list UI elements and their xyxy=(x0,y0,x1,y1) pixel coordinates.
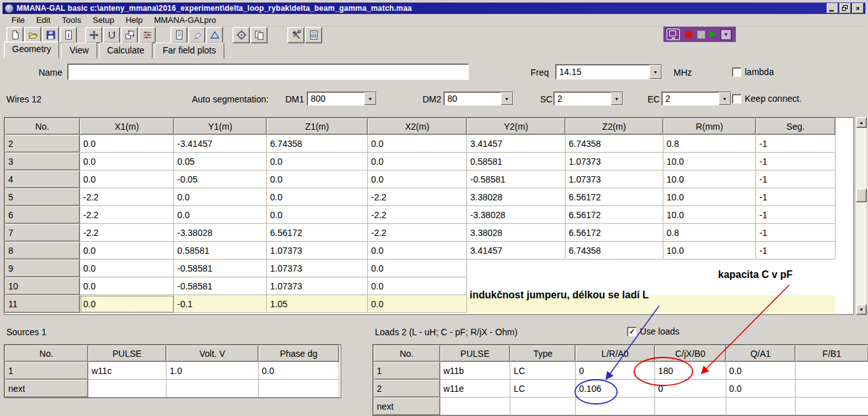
cell[interactable]: 0.0 xyxy=(368,170,467,188)
cell[interactable] xyxy=(166,380,259,398)
freq-combo[interactable]: 14.15 ▼ xyxy=(555,64,662,80)
freq-dropdown-icon[interactable]: ▼ xyxy=(649,65,661,79)
cell[interactable]: 6.74358 xyxy=(566,242,663,260)
cell[interactable]: 0.0 xyxy=(80,277,174,295)
cell[interactable]: 0.0 xyxy=(80,242,174,260)
row-header[interactable]: 2 xyxy=(374,380,440,398)
cell[interactable]: 0.8 xyxy=(663,224,756,242)
keep-connect-checkbox[interactable] xyxy=(732,94,742,104)
cell[interactable]: 0.0 xyxy=(267,170,368,188)
cell[interactable]: -2.2 xyxy=(80,224,174,242)
cell[interactable]: 0 xyxy=(654,380,726,398)
cell[interactable]: w11b xyxy=(440,362,510,380)
cell[interactable]: 0.0 xyxy=(368,260,467,277)
cell[interactable]: -3.38028 xyxy=(174,224,267,242)
scroll-up-icon[interactable]: ▲ xyxy=(856,117,867,128)
wire-segmentation-button[interactable] xyxy=(139,27,156,43)
tab-far-field-plots[interactable]: Far field plots xyxy=(154,43,224,59)
cell[interactable]: -3.41457 xyxy=(174,135,267,153)
dm1-dropdown-icon[interactable]: ▼ xyxy=(364,92,376,105)
delta-wizard-button[interactable] xyxy=(206,27,223,43)
cell[interactable]: -2.2 xyxy=(80,206,174,224)
cell[interactable]: 0.0 xyxy=(368,153,467,170)
cell[interactable]: 0.0 xyxy=(80,153,174,170)
close-button[interactable]: × xyxy=(852,3,864,13)
cell[interactable]: -3.38028 xyxy=(467,206,566,224)
cell[interactable] xyxy=(467,260,566,277)
record-button[interactable] xyxy=(684,31,693,39)
cell[interactable]: LC xyxy=(510,380,576,398)
wire-description-button[interactable] xyxy=(170,27,187,43)
use-loads-checkbox[interactable]: ✓ xyxy=(627,327,637,336)
cell[interactable]: 1.07373 xyxy=(267,260,368,277)
cell[interactable]: 0.0 xyxy=(726,362,796,380)
cell[interactable]: 0.0 xyxy=(80,135,174,153)
cell[interactable] xyxy=(796,380,868,398)
cell[interactable]: 0.58581 xyxy=(174,242,267,260)
row-header[interactable]: 8 xyxy=(5,242,80,260)
cell[interactable]: 1.05 xyxy=(267,295,368,313)
cell[interactable]: 1.0 xyxy=(166,362,259,380)
cell[interactable]: LC xyxy=(510,362,576,380)
cell[interactable]: -1 xyxy=(756,170,836,188)
row-header[interactable]: 11 xyxy=(5,295,80,313)
cell[interactable]: 10.0 xyxy=(663,170,756,188)
cell[interactable] xyxy=(88,380,166,398)
cell[interactable]: 0.0 xyxy=(368,277,467,295)
row-header[interactable]: next xyxy=(374,398,440,415)
scroll-down-icon[interactable]: ▼ xyxy=(856,304,867,315)
cell[interactable]: 6.56172 xyxy=(566,188,663,206)
move-wires-button[interactable] xyxy=(85,27,102,43)
cell[interactable]: 1.07373 xyxy=(267,242,368,260)
cell[interactable] xyxy=(576,398,655,415)
cell[interactable]: -0.58581 xyxy=(174,277,267,295)
cell[interactable]: 6.56172 xyxy=(566,206,663,224)
menu-item-tools[interactable]: Tools xyxy=(57,14,86,26)
cell[interactable]: -1 xyxy=(756,188,836,206)
cell[interactable]: 0.106 xyxy=(576,380,655,398)
cell[interactable] xyxy=(663,295,756,313)
dm1-combo[interactable]: 800 ▼ xyxy=(307,92,377,106)
cell[interactable]: 0.0 xyxy=(267,153,368,170)
cell[interactable]: -0.05 xyxy=(174,170,267,188)
menu-item-file[interactable]: File xyxy=(6,14,30,26)
cell[interactable]: 6.56172 xyxy=(267,224,368,242)
cell[interactable]: 10.0 xyxy=(663,153,756,170)
cell[interactable]: 1.07373 xyxy=(566,153,663,170)
dm2-dropdown-icon[interactable]: ▼ xyxy=(501,92,513,105)
cell[interactable]: 0.0 xyxy=(80,260,174,277)
cell[interactable]: 6.74358 xyxy=(267,135,368,153)
cell[interactable]: 0.0 xyxy=(174,188,267,206)
cell[interactable]: 0.0 xyxy=(174,206,267,224)
menu-item-edit[interactable]: Edit xyxy=(31,14,55,26)
cell[interactable] xyxy=(756,295,836,313)
cell[interactable]: 0.58581 xyxy=(467,153,566,170)
cell[interactable] xyxy=(259,380,339,398)
cell[interactable]: -0.58581 xyxy=(467,170,566,188)
eraser-button[interactable] xyxy=(188,27,205,43)
ec-combo[interactable]: 2 ▼ xyxy=(661,92,731,106)
file-info-button[interactable]: i xyxy=(60,27,77,43)
tab-calculate[interactable]: Calculate xyxy=(99,43,153,59)
cell[interactable] xyxy=(796,398,868,415)
calculator-button[interactable] xyxy=(305,27,322,43)
minimize-button[interactable] xyxy=(827,3,838,13)
cell[interactable]: 1.07373 xyxy=(566,170,663,188)
cell[interactable]: 3.41457 xyxy=(467,135,566,153)
cell[interactable]: 180 xyxy=(654,362,726,380)
cell[interactable]: -1 xyxy=(756,224,836,242)
tab-geometry[interactable]: Geometry xyxy=(4,41,59,59)
sc-combo[interactable]: 2 ▼ xyxy=(553,92,623,106)
menu-item-mmana-galpro[interactable]: MMANA-GALpro xyxy=(149,14,221,26)
row-header[interactable]: 1 xyxy=(5,362,88,380)
cell[interactable] xyxy=(566,260,663,277)
cell[interactable]: -2.2 xyxy=(368,206,467,224)
cell[interactable]: 6.74358 xyxy=(566,135,663,153)
row-header[interactable]: 4 xyxy=(5,170,80,188)
cell[interactable]: 0.0 xyxy=(267,188,368,206)
ec-dropdown-icon[interactable]: ▼ xyxy=(719,92,731,105)
rotate-wires-button[interactable] xyxy=(103,27,120,43)
cell[interactable]: 0.0 xyxy=(267,206,368,224)
sc-dropdown-icon[interactable]: ▼ xyxy=(611,92,623,105)
row-header[interactable]: 3 xyxy=(5,153,80,170)
